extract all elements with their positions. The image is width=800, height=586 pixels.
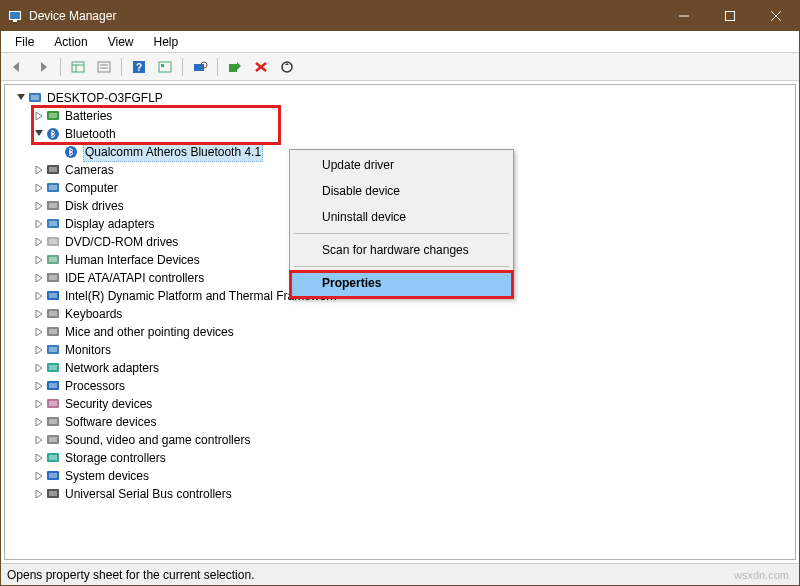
mouse-icon [45, 324, 61, 340]
bluetooth-icon [63, 144, 79, 160]
tree-node-storage-controllers[interactable]: Storage controllers [5, 449, 795, 467]
svg-rect-4 [726, 12, 735, 21]
expand-icon[interactable] [31, 487, 45, 501]
svg-rect-92 [49, 491, 57, 496]
expand-icon[interactable] [31, 415, 45, 429]
svg-marker-27 [17, 94, 25, 100]
back-button[interactable] [5, 56, 29, 78]
storage-icon [45, 450, 61, 466]
tree-node-processors[interactable]: Processors [5, 377, 795, 395]
svg-marker-90 [36, 490, 42, 498]
menu-file[interactable]: File [5, 33, 44, 51]
svg-rect-2 [13, 20, 17, 22]
expand-icon[interactable] [31, 289, 45, 303]
show-hide-tree-button[interactable] [66, 56, 90, 78]
ctx-properties[interactable]: Properties [292, 270, 511, 296]
enable-device-button[interactable] [223, 56, 247, 78]
software-icon [45, 414, 61, 430]
expander-placeholder [49, 145, 63, 159]
expand-icon[interactable] [31, 433, 45, 447]
node-label: Software devices [65, 413, 156, 431]
statusbar: Opens property sheet for the current sel… [1, 563, 799, 585]
expand-icon[interactable] [31, 343, 45, 357]
tree-node-sound-video-and-game-controllers[interactable]: Sound, video and game controllers [5, 431, 795, 449]
svg-marker-75 [36, 400, 42, 408]
tree-node-keyboards[interactable]: Keyboards [5, 305, 795, 323]
svg-rect-68 [49, 347, 57, 352]
tree-node-system-devices[interactable]: System devices [5, 467, 795, 485]
disk-icon [45, 198, 61, 214]
expand-icon[interactable] [31, 307, 45, 321]
menu-action[interactable]: Action [44, 33, 97, 51]
expand-icon[interactable] [31, 109, 45, 123]
node-label: Bluetooth [65, 125, 116, 143]
tree-node-mice-and-other-pointing-devices[interactable]: Mice and other pointing devices [5, 323, 795, 341]
collapse-icon[interactable] [13, 91, 27, 105]
usb-icon [45, 486, 61, 502]
device-tree[interactable]: DESKTOP-O3FGFLPBatteriesBluetoothQualcom… [4, 84, 796, 560]
svg-rect-29 [31, 95, 39, 100]
expand-icon[interactable] [31, 397, 45, 411]
ctx-update-driver[interactable]: Update driver [292, 152, 511, 178]
menu-help[interactable]: Help [144, 33, 189, 51]
security-icon [45, 396, 61, 412]
svg-marker-33 [35, 130, 43, 136]
expand-icon[interactable] [31, 163, 45, 177]
tree-node-monitors[interactable]: Monitors [5, 341, 795, 359]
ctx-uninstall-device[interactable]: Uninstall device [292, 204, 511, 230]
minimize-button[interactable] [661, 1, 707, 31]
svg-rect-53 [49, 257, 57, 262]
status-text: Opens property sheet for the current sel… [7, 568, 254, 582]
node-label: DVD/CD-ROM drives [65, 233, 178, 251]
expand-icon[interactable] [31, 199, 45, 213]
svg-marker-72 [36, 382, 42, 390]
uninstall-device-button[interactable] [249, 56, 273, 78]
tree-node-software-devices[interactable]: Software devices [5, 413, 795, 431]
svg-marker-60 [36, 310, 42, 318]
svg-text:?: ? [136, 62, 142, 73]
cd-icon [45, 234, 61, 250]
svg-marker-57 [36, 292, 42, 300]
svg-marker-84 [36, 454, 42, 462]
ctx-disable-device[interactable]: Disable device [292, 178, 511, 204]
collapse-icon[interactable] [31, 127, 45, 141]
tree-node-network-adapters[interactable]: Network adapters [5, 359, 795, 377]
expand-icon[interactable] [31, 235, 45, 249]
tree-node-bluetooth[interactable]: Bluetooth [5, 125, 795, 143]
tree-node-security-devices[interactable]: Security devices [5, 395, 795, 413]
expand-icon[interactable] [31, 217, 45, 231]
node-label: DESKTOP-O3FGFLP [47, 89, 163, 107]
tree-root[interactable]: DESKTOP-O3FGFLP [5, 89, 795, 107]
action-button[interactable] [153, 56, 177, 78]
help-button[interactable]: ? [127, 56, 151, 78]
expand-icon[interactable] [31, 325, 45, 339]
svg-marker-81 [36, 436, 42, 444]
expand-icon[interactable] [31, 451, 45, 465]
watermark: wsxdn.com [734, 569, 799, 581]
menu-view[interactable]: View [98, 33, 144, 51]
close-button[interactable] [753, 1, 799, 31]
expand-icon[interactable] [31, 253, 45, 267]
expand-icon[interactable] [31, 361, 45, 375]
update-driver-button[interactable] [275, 56, 299, 78]
svg-marker-26 [285, 63, 289, 65]
properties-button[interactable] [92, 56, 116, 78]
ctx-separator [294, 233, 509, 234]
svg-rect-1 [10, 12, 20, 19]
forward-button[interactable] [31, 56, 55, 78]
node-label: Sound, video and game controllers [65, 431, 250, 449]
expand-icon[interactable] [31, 181, 45, 195]
maximize-button[interactable] [707, 1, 753, 31]
menubar: File Action View Help [1, 31, 799, 53]
node-label: Computer [65, 179, 118, 197]
system-icon [45, 468, 61, 484]
ctx-scan-hardware[interactable]: Scan for hardware changes [292, 237, 511, 263]
tree-node-batteries[interactable]: Batteries [5, 107, 795, 125]
svg-rect-56 [49, 275, 57, 280]
scan-hardware-button[interactable] [188, 56, 212, 78]
expand-icon[interactable] [31, 469, 45, 483]
tree-node-universal-serial-bus-controllers[interactable]: Universal Serial Bus controllers [5, 485, 795, 503]
expand-icon[interactable] [31, 271, 45, 285]
expand-icon[interactable] [31, 379, 45, 393]
monitor-icon [45, 342, 61, 358]
